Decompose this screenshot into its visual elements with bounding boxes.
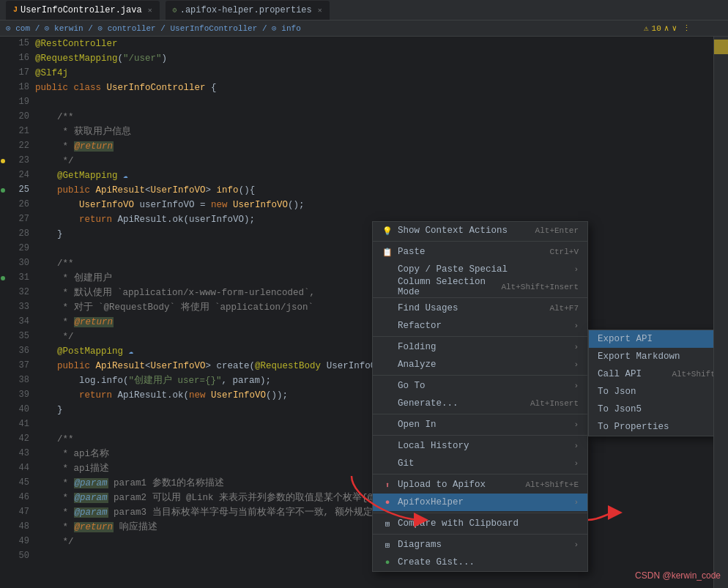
gutter-dot-4 (0, 81, 6, 95)
gutter-dot-14 (0, 227, 6, 242)
warning-up-icon[interactable]: ∧ (664, 23, 669, 33)
menu-refactor[interactable]: Refactor › (373, 317, 587, 335)
gutter-dot-18 (0, 286, 6, 300)
prop-icon: ⚙ (173, 6, 177, 15)
code-19 (35, 95, 713, 110)
submenu-export-api[interactable]: Export API (589, 330, 713, 348)
submenu-export-markdown[interactable]: Export Markdown (589, 348, 713, 365)
gutter-dot-15 (0, 242, 6, 256)
menu-create-gist[interactable]: ● Create Gist... (373, 554, 587, 571)
menu-find-usages[interactable]: Find Usages Alt+F7 (373, 299, 587, 317)
ln-18: 18 (6, 81, 35, 95)
menu-label-compare: Compare with Clipboard (398, 518, 519, 529)
ln-39: 39 (6, 388, 35, 403)
gist-icon: ● (382, 557, 393, 568)
tab-java[interactable]: J UserInfoController.java ✕ (6, 1, 160, 20)
submenu-label-export-markdown: Export Markdown (598, 351, 680, 362)
code-line-34: 34 * @return (6, 315, 713, 330)
ln-27: 27 (6, 212, 35, 227)
diagrams-icon: ⊞ (382, 539, 393, 551)
menu-show-context[interactable]: 💡 Show Context Actions Alt+Enter (373, 222, 587, 239)
tab-prop-close[interactable]: ✕ (318, 6, 322, 15)
ln-47: 47 (6, 505, 35, 520)
menu-diagrams[interactable]: ⊞ Diagrams › (373, 536, 587, 554)
tab-bar: J UserInfoController.java ✕ ⚙ .apifox-he… (0, 0, 728, 21)
menu-analyze[interactable]: Analyze › (373, 356, 587, 373)
breadcrumb-bar: ⊙ com / ⊙ kerwin / ⊙ controller / UserIn… (0, 21, 728, 37)
menu-label-goto: Go To (398, 381, 426, 391)
code-line-20: 20 /** (6, 110, 713, 124)
ln-30: 30 (6, 256, 35, 271)
code-25: public ApiResult<UserInfoVO> info(){ (35, 183, 713, 198)
code-16: @RequestMapping("/user") (35, 51, 713, 66)
gutter-dot-10 (0, 168, 6, 183)
ln-49: 49 (6, 535, 35, 549)
refactor-icon (382, 320, 393, 332)
submenu-apifoxhelper: Export API Export Markdown Call API Alt+… (588, 330, 713, 436)
code-line-46: 46 * @param param2 可以用 @Link 来表示并列参数的取值是… (6, 491, 713, 505)
code-line-27: 27 return ApiResult.ok(userInfoVO); (6, 212, 713, 227)
code-line-33: 33 * 对于 `@RequestBody` 将使用 `application/… (6, 300, 713, 315)
separator-1 (373, 241, 587, 242)
menu-git[interactable]: Git › (373, 455, 587, 472)
menu-column-selection[interactable]: Column Selection Mode Alt+Shift+Insert (373, 278, 587, 296)
menu-open-in[interactable]: Open In › (373, 416, 587, 433)
menu-generate[interactable]: Generate... Alt+Insert (373, 395, 587, 412)
submenu-to-properties[interactable]: To Properties (589, 418, 713, 436)
menu-label-gist: Create Gist... (398, 557, 475, 567)
code-17: @Slf4j (35, 66, 713, 81)
code-23: */ (35, 154, 713, 168)
ln-28: 28 (6, 227, 35, 242)
ln-32: 32 (6, 286, 35, 300)
tab-prop[interactable]: ⚙ .apifox-helper.properties ✕ (166, 1, 330, 20)
upload-icon: ⬆ (382, 479, 393, 491)
menu-paste[interactable]: 📋 Paste Ctrl+V (373, 243, 587, 261)
submenu-call-api-label: Call API (598, 369, 672, 379)
menu-folding[interactable]: Folding › (373, 338, 587, 356)
code-26: UserInfoVO userInfoVO = new UserInfoVO()… (35, 198, 713, 212)
gutter-dot-8 (0, 139, 6, 154)
code-line-44: 44 * api描述 (6, 461, 713, 476)
ln-41: 41 (6, 417, 35, 432)
code-line-47: 47 * @param param3 当目标枚举半字母与当前枚举名字不一致, 额… (6, 505, 713, 520)
code-18: public class UserInfoController { (35, 81, 713, 95)
menu-shortcut-generate: Alt+Insert (530, 399, 579, 408)
editor-area[interactable]: 15 @RestController 16 @RequestMapping("/… (0, 37, 713, 588)
menu-compare-clipboard[interactable]: ⊞ Compare with Clipboard (373, 515, 587, 532)
code-line-18: 18 public class UserInfoController { (6, 81, 713, 95)
submenu-to-json5[interactable]: To Json5 (589, 401, 713, 418)
code-line-48: 48 * @return 响应描述 (6, 520, 713, 535)
bulb-icon: 💡 (382, 225, 393, 237)
ln-40: 40 (6, 403, 35, 417)
separator-3 (373, 336, 587, 337)
code-line-31: 31 * 创建用户 (6, 271, 713, 286)
analyze-icon (382, 359, 393, 371)
context-menu: 💡 Show Context Actions Alt+Enter 📋 Paste… (372, 221, 588, 572)
tab-java-close[interactable]: ✕ (148, 6, 152, 15)
menu-shortcut-paste: Ctrl+V (549, 248, 579, 256)
code-line-16: 16 @RequestMapping("/user") (6, 51, 713, 66)
code-line-29: 29 (6, 242, 713, 256)
right-panel (713, 37, 728, 588)
ln-43: 43 (6, 447, 35, 461)
code-15: @RestController (35, 37, 713, 51)
submenu-to-json[interactable]: To Json (589, 383, 713, 401)
submenu-call-api[interactable]: Call API Alt+Shift+C (589, 365, 713, 383)
tab-java-label: UserInfoController.java (21, 5, 142, 15)
menu-local-history[interactable]: Local History › (373, 437, 587, 455)
menu-label-analyze: Analyze (398, 360, 437, 370)
code-with-numbers: 15 @RestController 16 @RequestMapping("/… (6, 37, 713, 588)
menu-label-paste: Paste (398, 247, 426, 257)
gutter-dot-6 (0, 110, 6, 124)
menu-upload-apifox[interactable]: ⬆ Upload to Apifox Alt+Shift+E (373, 476, 587, 494)
code-line-45: 45 * @param param1 参数1的名称描述 (6, 476, 713, 491)
menu-copy-paste-special[interactable]: Copy / Paste Special › (373, 261, 587, 278)
warning-more-icon[interactable]: ⋮ (683, 23, 691, 33)
menu-apifoxhelper[interactable]: ● ApifoxHelper › (373, 494, 587, 511)
scroll-mark-1 (714, 40, 728, 54)
ln-50: 50 (6, 549, 35, 564)
ln-44: 44 (6, 461, 35, 476)
menu-go-to[interactable]: Go To › (373, 377, 587, 395)
menu-shortcut-show-context: Alt+Enter (535, 226, 579, 235)
warning-down-icon[interactable]: ∨ (672, 23, 677, 33)
